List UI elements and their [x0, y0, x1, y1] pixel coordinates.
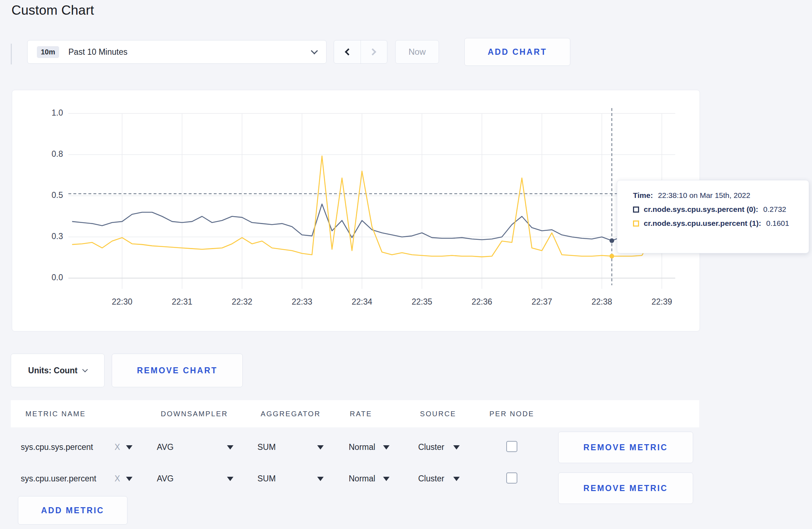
chevron-down-icon — [82, 367, 88, 372]
add-metric-button[interactable]: ADD METRIC — [18, 496, 127, 525]
tooltip-time-label: Time: — [633, 191, 653, 200]
tooltip-series-name: cr.node.sys.cpu.sys.percent (0): — [644, 205, 758, 214]
y-axis-tick-label: 0.8 — [34, 149, 63, 159]
chart-card: 22:3022:3122:3222:3322:3422:3522:3622:37… — [12, 90, 700, 331]
downsampler-value[interactable]: AVG — [157, 442, 174, 452]
x-axis-tick-label: 22:30 — [102, 297, 142, 307]
aggregator-value[interactable]: SUM — [257, 442, 276, 452]
remove-metric-button[interactable]: REMOVE METRIC — [558, 432, 693, 463]
tooltip-series-row: cr.node.sys.cpu.user.percent (1): 0.1601 — [633, 219, 809, 228]
x-axis-tick-label: 22:33 — [282, 297, 322, 307]
remove-metric-x-icon[interactable]: X — [115, 442, 120, 452]
time-range-badge: 10m — [37, 46, 59, 58]
x-axis-tick-label: 22:37 — [522, 297, 562, 307]
page-title: Custom Chart — [11, 3, 94, 18]
user-series-swatch-icon — [633, 220, 639, 227]
rate-value[interactable]: Normal — [349, 442, 375, 452]
remove-chart-button[interactable]: REMOVE CHART — [112, 354, 243, 387]
remove-metric-x-icon[interactable]: X — [115, 474, 120, 484]
add-chart-button[interactable]: ADD CHART — [464, 38, 570, 66]
tooltip-series-value: 0.2732 — [763, 205, 786, 214]
downsampler-value[interactable]: AVG — [157, 474, 174, 484]
x-axis-tick-label: 22:38 — [582, 297, 622, 307]
now-button[interactable]: Now — [395, 40, 439, 64]
units-dropdown[interactable]: Units: Count — [11, 354, 105, 387]
tooltip-series-row: cr.node.sys.cpu.sys.percent (0): 0.2732 — [633, 205, 809, 214]
x-axis-tick-label: 22:36 — [462, 297, 502, 307]
caret-down-icon[interactable] — [453, 477, 460, 481]
remove-metric-button[interactable]: REMOVE METRIC — [558, 472, 693, 504]
caret-down-icon[interactable] — [317, 445, 324, 450]
x-axis-tick-label: 22:32 — [222, 297, 262, 307]
y-axis-tick-label: 1.0 — [34, 108, 63, 118]
caret-down-icon[interactable] — [227, 477, 233, 481]
chevron-left-icon — [345, 48, 352, 55]
metrics-line-chart[interactable] — [12, 90, 700, 332]
cr.node.sys.cpu.sys.percent-line — [72, 204, 672, 241]
caret-down-icon[interactable] — [317, 477, 324, 481]
metric-name-value[interactable]: sys.cpu.sys.percent — [21, 442, 93, 452]
toolbar-divider — [11, 44, 12, 64]
col-header-rate: RATE — [350, 400, 372, 427]
aggregator-value[interactable]: SUM — [257, 474, 276, 484]
x-axis-tick-label: 22:34 — [342, 297, 382, 307]
rate-value[interactable]: Normal — [349, 474, 375, 484]
tooltip-series-name: cr.node.sys.cpu.user.percent (1): — [644, 219, 761, 228]
col-header-downsampler: DOWNSAMPLER — [161, 400, 228, 427]
caret-down-icon[interactable] — [383, 445, 390, 450]
col-header-per-node: PER NODE — [489, 400, 534, 427]
chevron-down-icon — [311, 47, 318, 54]
per-node-checkbox[interactable] — [506, 472, 517, 484]
time-pager — [334, 40, 387, 64]
caret-down-icon[interactable] — [383, 477, 390, 481]
caret-down-icon[interactable] — [453, 445, 460, 450]
col-header-source: SOURCE — [420, 400, 456, 427]
crosshair-point — [609, 238, 614, 243]
metric-name-value[interactable]: sys.cpu.user.percent — [21, 474, 96, 484]
caret-down-icon[interactable] — [126, 445, 132, 450]
col-header-metric-name: METRIC NAME — [25, 400, 86, 427]
prev-range-button[interactable] — [334, 40, 361, 63]
chart-tooltip: Time: 22:38:10 on Mar 15th, 2022 cr.node… — [617, 180, 809, 253]
per-node-checkbox[interactable] — [506, 441, 517, 452]
col-header-aggregator: AGGREGATOR — [261, 400, 321, 427]
source-value[interactable]: Cluster — [418, 442, 444, 452]
next-range-button[interactable] — [361, 40, 387, 63]
tooltip-time-value: 22:38:10 on Mar 15th, 2022 — [658, 191, 750, 200]
time-range-dropdown[interactable]: 10m Past 10 Minutes — [27, 40, 327, 64]
x-axis-tick-label: 22:31 — [163, 297, 202, 307]
y-axis-tick-label: 0.3 — [34, 232, 63, 241]
caret-down-icon[interactable] — [126, 477, 132, 481]
chevron-right-icon — [369, 48, 376, 55]
metrics-table-header: METRIC NAME DOWNSAMPLER AGGREGATOR RATE … — [11, 400, 699, 427]
sys-series-swatch-icon — [633, 207, 639, 213]
custom-chart-page: Custom Chart 10m Past 10 Minutes Now ADD… — [0, 0, 812, 529]
tooltip-time-row: Time: 22:38:10 on Mar 15th, 2022 — [633, 191, 809, 200]
time-range-label: Past 10 Minutes — [68, 47, 127, 57]
cr.node.sys.cpu.user.percent-line — [72, 156, 672, 257]
tooltip-series-value: 0.1601 — [766, 219, 789, 228]
x-axis-tick-label: 22:39 — [642, 297, 682, 307]
y-axis-tick-label: 0.0 — [34, 273, 63, 282]
caret-down-icon[interactable] — [227, 445, 233, 450]
units-label: Units: Count — [28, 366, 78, 375]
crosshair-point — [609, 254, 614, 258]
x-axis-tick-label: 22:35 — [402, 297, 442, 307]
source-value[interactable]: Cluster — [418, 474, 444, 484]
y-axis-tick-label: 0.5 — [34, 190, 63, 200]
